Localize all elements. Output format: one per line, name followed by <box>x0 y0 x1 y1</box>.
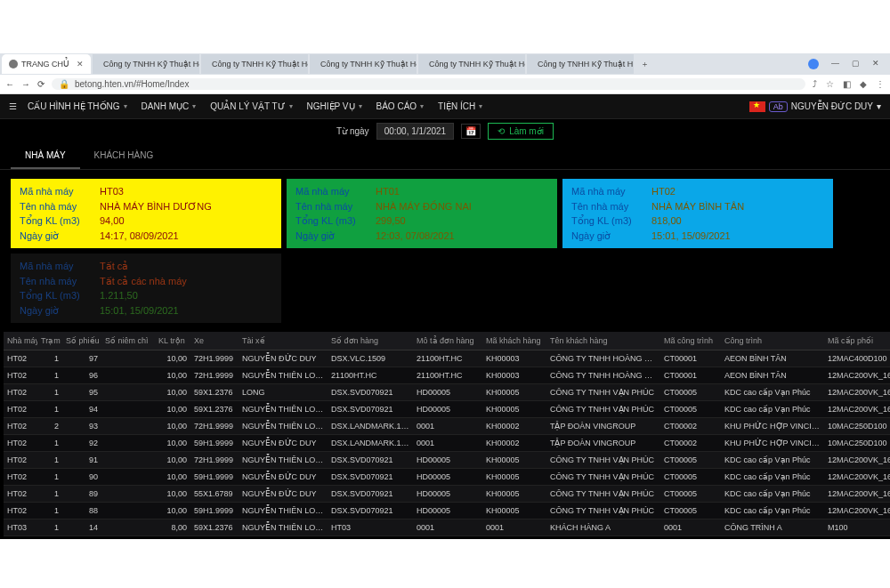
menu-item[interactable]: QUẢN LÝ VẬT TƯ▾ <box>203 98 299 115</box>
calendar-icon[interactable]: 📅 <box>461 124 481 139</box>
nav-forward-icon[interactable]: → <box>21 79 30 89</box>
tab-customer[interactable]: KHÁCH HÀNG <box>80 143 168 169</box>
account-icon[interactable] <box>808 59 819 69</box>
factory-card[interactable]: Mã nhà máyTất cảTên nhà máyTất cả các nh… <box>11 254 281 323</box>
table-row[interactable]: HT0218910,0055X1.6789NGUYỄN ĐỨC DUYDSX.S… <box>4 486 890 503</box>
menu-item-label: BÁO CÁO <box>376 101 417 111</box>
table-header[interactable]: Mô tả đơn hàng <box>413 332 482 350</box>
card-value: Tất cả các nhà máy <box>100 274 187 289</box>
table-header[interactable]: Mã công trình <box>660 332 721 350</box>
table-header[interactable]: Tên khách hàng <box>546 332 660 350</box>
table-cell: 12MAC200VK_168 <box>824 503 890 520</box>
table-header[interactable]: Tài xế <box>239 332 328 350</box>
tab-factory[interactable]: NHÀ MÁY <box>11 143 80 169</box>
table-row[interactable]: HT0218810,0059H1.9999NGUYỄN THIÊN LONGDS… <box>4 503 890 520</box>
menu-item[interactable]: TIỆN ÍCH▾ <box>431 98 490 115</box>
table-cell: KDC cao cấp Vạn Phúc <box>721 401 824 418</box>
factory-card[interactable]: Mã nhà máyHT02Tên nhà máyNHÀ MÁY BÌNH TÂ… <box>562 179 833 248</box>
menu-item[interactable]: CẤU HÌNH HỆ THỐNG▾ <box>20 98 134 115</box>
table-row[interactable]: HT0219110,0072H1.9999NGUYỄN THIÊN LONGDS… <box>4 452 890 469</box>
browser-tab[interactable]: Công ty TNHH Kỹ Thuật Hoàng✕ <box>310 54 417 74</box>
address-bar[interactable]: 🔒 betong.hten.vn/#Home/Index <box>52 78 805 90</box>
table-cell: CT00001 <box>660 350 721 367</box>
table-cell: NGUYỄN ĐỨC DUY <box>239 435 328 452</box>
factory-card[interactable]: Mã nhà máyHT01Tên nhà máyNHÀ MÁY ĐỒNG NA… <box>287 179 557 248</box>
new-tab-button[interactable]: ＋ <box>635 59 654 70</box>
table-cell <box>101 520 155 536</box>
refresh-label: Làm mới <box>509 126 544 136</box>
card-label: Tên nhà máy <box>295 199 376 214</box>
flag-vn-icon[interactable] <box>749 101 765 112</box>
table-row[interactable]: HT0219010,0059H1.9999NGUYỄN ĐỨC DUYDSX.S… <box>4 469 890 486</box>
menu-icon[interactable]: ⋮ <box>876 79 885 89</box>
table-row[interactable]: HT031148,0059X1.2376NGUYỄN THIÊN LONGHT0… <box>4 520 890 536</box>
table-cell <box>101 486 155 503</box>
card-value: 818,00 <box>651 213 682 229</box>
browser-tab[interactable]: Công ty TNHH Kỹ Thuật Hoàng✕ <box>93 54 199 74</box>
table-header[interactable]: Trạm <box>37 332 62 350</box>
table-cell: 10,00 <box>155 469 190 486</box>
menu-item[interactable]: NGHIỆP VỤ▾ <box>300 98 369 115</box>
share-icon[interactable]: ⤴ <box>813 79 817 89</box>
table-cell: KDC cao cấp Vạn Phúc <box>721 486 824 503</box>
table-header[interactable]: Số đơn hàng <box>328 332 413 350</box>
table-header[interactable]: Mã cấp phối <box>824 332 890 350</box>
ab-badge[interactable]: Ab <box>769 101 788 112</box>
table-header[interactable]: Công trình <box>721 332 824 350</box>
window-close[interactable]: ✕ <box>872 59 879 69</box>
table-cell: CÔNG TY TNHH VẠN PHÚC <box>546 401 660 418</box>
table-cell: HT02 <box>4 435 37 452</box>
window-minimize[interactable]: — <box>831 59 839 69</box>
browser-tab[interactable]: Công ty TNHH Kỹ Thuật H…✕ <box>527 54 634 74</box>
refresh-button[interactable]: ⟲ Làm mới <box>488 123 554 140</box>
window-maximize[interactable]: ▢ <box>852 59 860 69</box>
table-cell: HT03 <box>328 520 413 536</box>
table-cell: 10,00 <box>155 452 190 469</box>
card-label: Tổng KL (m3) <box>20 213 100 229</box>
browser-tab[interactable]: Công ty TNHH Kỹ Thuật Hoàng✕ <box>201 54 308 74</box>
table-header[interactable]: Xe <box>190 332 239 350</box>
table-row[interactable]: HT0219410,0059X1.2376NGUYỄN THIÊN LONGDS… <box>4 401 890 418</box>
table-cell: CT00005 <box>660 486 721 503</box>
table-cell: CÔNG TY TNHH VẠN PHÚC <box>546 486 660 503</box>
table-row[interactable]: HT0229310,0072H1.9999NGUYỄN THIÊN LONGDS… <box>4 418 890 435</box>
table-row[interactable]: HT0219710,0072H1.9999NGUYỄN ĐỨC DUYDSX.V… <box>4 350 890 367</box>
browser-tab-bar: TRANG CHỦ✕Công ty TNHH Kỹ Thuật Hoàng✕Cô… <box>0 53 890 75</box>
table-header[interactable]: KL trộn <box>155 332 190 350</box>
card-row: Tên nhà máyNHÀ MÁY BÌNH DƯƠNG <box>20 199 272 214</box>
table-cell: 12MAC400D100 <box>824 350 890 367</box>
hamburger-icon[interactable]: ☰ <box>9 101 17 111</box>
tab-close-icon[interactable]: ✕ <box>77 60 84 68</box>
table-cell: NGUYỄN THIÊN LONG <box>239 401 328 418</box>
table-cell: DSX.VLC.1509 <box>328 350 413 367</box>
table-cell: DSX.LANDMARK.1009 <box>328 435 413 452</box>
table-row[interactable]: HT0219210,0059H1.9999NGUYỄN ĐỨC DUYDSX.L… <box>4 435 890 452</box>
table-cell: M100 <box>824 520 890 536</box>
browser-tab[interactable]: Công ty TNHH Kỹ Thuật Hoàng✕ <box>418 54 525 74</box>
user-menu[interactable]: NGUYỄN ĐỨC DUY ▾ <box>791 101 881 111</box>
menu-item[interactable]: BÁO CÁO▾ <box>369 98 432 115</box>
nav-reload-icon[interactable]: ⟳ <box>37 79 44 89</box>
ext2-icon[interactable]: ◆ <box>860 79 867 89</box>
table-header[interactable]: Mã khách hàng <box>482 332 546 350</box>
table-header[interactable]: Nhà máy <box>4 332 37 350</box>
ext1-icon[interactable]: ◧ <box>843 79 851 89</box>
card-row: Tổng KL (m3)299,50 <box>295 213 548 229</box>
table-cell: CT00001 <box>660 367 721 384</box>
nav-back-icon[interactable]: ← <box>5 79 14 89</box>
star-icon[interactable]: ☆ <box>826 79 834 89</box>
menu-item[interactable]: DANH MỤC▾ <box>134 98 204 115</box>
factory-card[interactable]: Mã nhà máyHT03Tên nhà máyNHÀ MÁY BÌNH DƯ… <box>11 179 281 248</box>
browser-tab[interactable]: TRANG CHỦ✕ <box>2 54 91 74</box>
table-cell: CT00005 <box>660 452 721 469</box>
card-value: 94,00 <box>100 213 125 229</box>
table-header[interactable]: Số niêm chì <box>101 332 155 350</box>
card-row: Ngày giờ15:01, 15/09/2021 <box>571 229 824 244</box>
table-row[interactable]: HT0219610,0072H1.9999NGUYỄN THIÊN LONG21… <box>4 367 890 384</box>
refresh-icon: ⟲ <box>498 126 505 136</box>
table-cell: NGUYỄN THIÊN LONG <box>239 503 328 520</box>
table-row[interactable]: HT0219510,0059X1.2376LONGDSX.SVD070921HD… <box>4 384 890 401</box>
from-date-input[interactable]: 00:00, 1/1/2021 <box>376 123 455 140</box>
table-header[interactable]: Số phiếu <box>62 332 101 350</box>
app-menu-bar: ☰ CẤU HÌNH HỆ THỐNG▾DANH MỤC▾QUẢN LÝ VẬT… <box>0 94 890 119</box>
